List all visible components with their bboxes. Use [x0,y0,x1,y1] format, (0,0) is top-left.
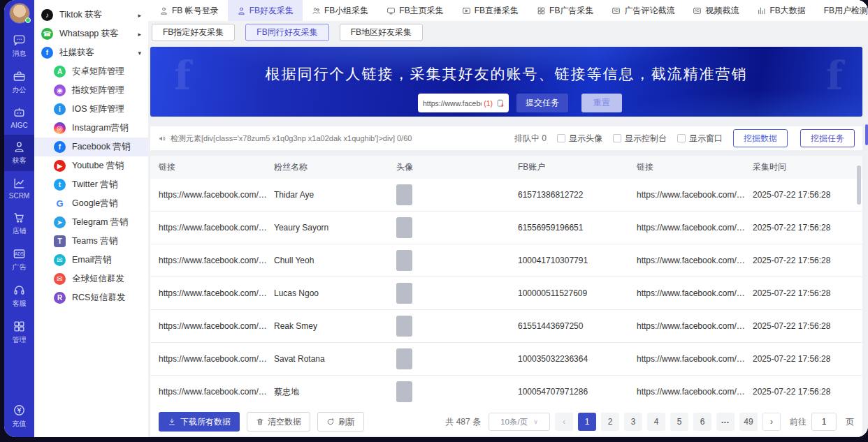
next-page-button[interactable]: › [762,413,781,431]
more-pages-button[interactable]: ••• [716,413,735,431]
subtab-fb-peer-friend[interactable]: FB同行好友采集 [245,24,328,41]
goto-page-input[interactable]: 1 [811,413,837,431]
sidebar-item-email[interactable]: ✉Email营销 [34,251,148,270]
table-row[interactable]: https://www.facebook.com/profile.p... Re… [150,310,862,343]
sidebar-item-android-matrix[interactable]: A安卓矩阵管理 [34,62,148,81]
submit-task-button[interactable]: 提交任务 [516,94,568,112]
cell-fb-account: 100054707971286 [518,387,637,397]
sidebar-item-fingerprint-matrix[interactable]: ◉指纹矩阵管理 [34,81,148,100]
sidebar-item-social-media[interactable]: f社媒获客▾ [34,43,148,62]
sidebar-item-youtube[interactable]: ▶Youtube 营销 [34,156,148,175]
sidebar-item-ios-matrix[interactable]: iIOS 矩阵管理 [34,100,148,119]
page-button-3[interactable]: 3 [624,413,642,431]
accent-scrollbar-thumb[interactable] [865,124,868,145]
mine-data-button[interactable]: 挖掘数据 [733,129,788,147]
page-button-1[interactable]: 1 [578,413,596,431]
cell-link2[interactable]: https://www.facebook.com/savat.ro... [637,354,753,364]
checkbox-icon[interactable] [613,134,621,142]
tab-ad-comment-intercept[interactable]: 广告评论截流 [602,0,683,21]
sidebar-item-telegram[interactable]: ➤Telegram 营销 [34,213,148,232]
tab-fb-big-data[interactable]: FB大数据 [748,0,814,21]
cell-link[interactable]: https://www.facebook.com/profile.p... [159,223,274,233]
facebook-icon: f [41,47,53,59]
tab-fb-live-collect[interactable]: FB直播采集 [453,0,528,21]
sidebar-item-whatsapp[interactable]: ☎Whatsapp 获客▸ [34,24,148,43]
table-row[interactable]: https://www.facebook.com/profile.p... 蔡忠… [150,376,862,408]
cell-link[interactable]: https://www.facebook.com/profile.p... [159,256,274,265]
prev-page-button[interactable]: ‹ [555,413,573,431]
checkbox-icon[interactable] [677,134,686,142]
profile-url-input[interactable]: https://www.faceboo... (1) [418,94,509,112]
show-avatar-checkbox[interactable]: 显示头像 [557,133,602,145]
rail-item-manage[interactable]: 管理 [4,314,34,351]
clear-data-button[interactable]: 清空数据 [247,412,310,432]
mine-task-button[interactable]: 挖掘任务 [800,129,855,147]
cell-link2[interactable]: https://www.facebook.com/chull.yeoh [637,256,753,265]
table-row[interactable]: https://www.facebook.com/profile.p... Ch… [150,244,862,277]
cell-link2[interactable]: https://www.facebook.com/yeaury.s... [637,223,753,233]
page-button-2[interactable]: 2 [601,413,619,431]
user-avatar[interactable] [9,3,30,24]
show-window-checkbox[interactable]: 显示窗口 [677,133,723,145]
sidebar-item-instagram[interactable]: ◎Instagram营销 [34,119,148,138]
tab-fb-group-collect[interactable]: FB小组采集 [303,0,377,21]
tab-fb-account-login[interactable]: FB 帐号登录 [150,0,228,21]
cell-link[interactable]: https://www.facebook.com/profile.p... [159,321,274,331]
page-button-4[interactable]: 4 [647,413,665,431]
table-row[interactable]: https://www.facebook.com/profile.p... Th… [150,179,862,212]
paste-clipboard-icon[interactable] [496,98,505,108]
url-input-value: https://www.faceboo... [423,99,482,108]
sidebar-item-google[interactable]: GGoogle营销 [34,194,148,213]
cell-link2[interactable]: https://www.facebook.com/thidar.a... [637,190,753,200]
download-all-button[interactable]: 下载所有数据 [159,412,240,432]
reset-button[interactable]: 重置 [581,94,622,112]
rail-item-recharge[interactable]: 充值 [4,398,34,437]
rail-item-office[interactable]: 办公 [4,64,34,101]
sidebar-item-teams[interactable]: TTeams 营销 [34,232,148,251]
rail-item-messages[interactable]: 消息 [4,28,34,64]
page-button-6[interactable]: 6 [693,413,711,431]
show-console-checkbox[interactable]: 显示控制台 [613,133,667,145]
page-button-5[interactable]: 5 [670,413,688,431]
tab-fb-ads-collect[interactable]: FB广告采集 [528,0,602,21]
cell-link[interactable]: https://www.facebook.com/profile.p... [159,354,274,364]
cell-fb-account: 61551443697250 [518,321,637,331]
cell-link2[interactable]: https://www.facebook.com/cai.zhon... [637,387,753,397]
rail-item-aigc[interactable]: AIGC [4,101,34,135]
tab-fb-user-active-check[interactable]: FB用户检测活跃 [815,0,868,21]
table-row[interactable]: https://www.facebook.com/profile.p... Sa… [150,343,862,376]
subtab-fb-specified-friend[interactable]: FB指定好友采集 [152,24,235,41]
sidebar-item-tiktok[interactable]: ♪Tiktok 获客▸ [34,6,148,24]
queue-status: 排队中 0 [514,133,547,145]
rail-item-lead-gen[interactable]: 获客 [4,135,34,171]
table-row[interactable]: https://www.facebook.com/profile.p... Ye… [150,212,862,244]
tab-video-intercept[interactable]: 视频截流 [683,0,748,21]
rail-item-ads[interactable]: 广告 [4,242,34,278]
page-button-49[interactable]: 49 [739,413,758,431]
cell-link2[interactable]: https://www.facebook.com/reak.sm... [637,321,753,331]
col-header-collect-time: 采集时间 [753,161,862,173]
rail-item-scrm[interactable]: SCRM [4,171,34,205]
cell-link[interactable]: https://www.facebook.com/profile.p... [159,190,274,200]
checkbox-icon[interactable] [557,134,565,142]
subtab-fb-region-friend[interactable]: FB地区好友采集 [340,24,423,41]
sidebar-item-rcs-sms[interactable]: RRCS短信群发 [34,288,148,307]
table-scrollbar-thumb[interactable] [857,165,861,205]
page-size-select[interactable]: 10条/页∨ [489,413,550,431]
cell-link2[interactable]: https://www.facebook.com/LucasN... [637,288,753,298]
rail-item-support[interactable]: 客服 [4,278,34,314]
cell-link[interactable]: https://www.facebook.com/profile.p... [159,387,274,397]
tab-fb-friend-collect[interactable]: FB好友采集 [228,0,303,21]
cell-link[interactable]: https://www.facebook.com/profile.p... [159,288,274,298]
refresh-button[interactable]: 刷新 [317,412,364,432]
chevron-down-icon: ▾ [138,50,141,57]
col-header-link: 链接 [159,161,274,173]
sidebar-item-twitter[interactable]: tTwitter 营销 [34,175,148,194]
tab-fb-page-collect[interactable]: FB主页采集 [377,0,452,21]
ad-icon [612,6,621,15]
sidebar-item-label: Teams 营销 [72,235,117,247]
sidebar-item-facebook[interactable]: fFacebook 营销 [34,138,148,156]
sidebar-item-global-sms[interactable]: ✉全球短信群发 [34,270,148,288]
rail-item-shop[interactable]: 店铺 [4,205,34,242]
table-row[interactable]: https://www.facebook.com/profile.p... Lu… [150,277,862,310]
